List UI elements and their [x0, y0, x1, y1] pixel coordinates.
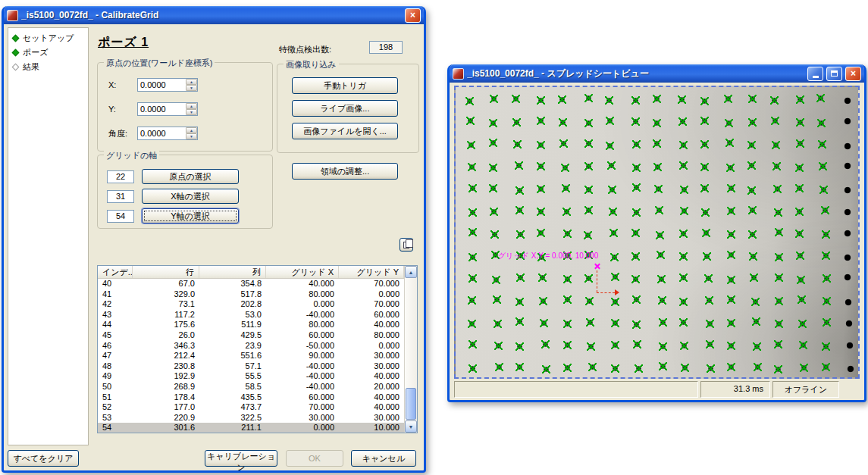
open-image-file-button[interactable]: 画像ファイルを開く...	[292, 123, 398, 139]
table-row[interactable]: 50268.958.5-40.00020.000	[98, 382, 404, 392]
table-body: 4067.0354.840.00070.00041329.0517.880.00…	[98, 279, 404, 433]
origin-x-row: X: ▲▼	[108, 78, 198, 92]
table-cell: -40.000	[266, 361, 339, 372]
spin-up-icon[interactable]: ▲	[186, 127, 197, 133]
spin-down-icon[interactable]: ▼	[186, 133, 197, 139]
y-spinner[interactable]: ▲▼	[137, 102, 198, 116]
grid-dot	[542, 365, 550, 373]
grid-dot	[515, 206, 524, 214]
grid-dot	[797, 295, 806, 304]
table-row[interactable]: 41329.0517.880.0000.000	[98, 289, 404, 300]
maximize-icon[interactable]	[826, 67, 842, 81]
grid-dot	[539, 297, 547, 305]
clear-all-button[interactable]: すべてをクリア	[8, 450, 79, 467]
spin-up-icon[interactable]: ▲	[186, 103, 197, 109]
table-row[interactable]: 4526.0429.560.00080.000	[98, 330, 404, 341]
column-header[interactable]: グリッド Y	[339, 266, 404, 278]
minimize-icon[interactable]	[807, 67, 823, 81]
grid-dot	[843, 273, 852, 282]
grid-dot	[562, 208, 571, 216]
table-row[interactable]: 47212.4551.690.00030.000	[98, 351, 404, 361]
table-cell: -40.000	[266, 310, 339, 320]
column-header[interactable]: 列	[199, 266, 266, 278]
table-row[interactable]: 46346.323.9-50.0000.000	[98, 341, 404, 352]
table-cell: 354.8	[199, 279, 266, 289]
adjust-region-button[interactable]: 領域の調整...	[292, 163, 398, 180]
table-row[interactable]: 4273.1202.80.00070.000	[98, 299, 404, 310]
table-row[interactable]: 53220.9322.530.00030.000	[98, 413, 404, 423]
scroll-down-icon[interactable]: ▼	[405, 420, 417, 433]
axis-indicator-vertical-line	[597, 270, 597, 292]
table-row[interactable]: 49192.955.5-40.00040.000	[98, 371, 404, 382]
scrollbar-thumb[interactable]	[406, 388, 416, 420]
grid-dot	[704, 274, 713, 283]
spin-down-icon[interactable]: ▼	[186, 109, 197, 115]
table-cell: 80.000	[339, 330, 404, 341]
ok-button[interactable]: OK	[286, 450, 343, 467]
sidebar-item-results[interactable]: 結果	[10, 60, 86, 74]
table-row[interactable]: 43117.253.0-40.00060.000	[98, 310, 404, 320]
calibration-button[interactable]: キャリブレーション	[205, 450, 277, 467]
table-row[interactable]: 51178.4435.560.00040.000	[98, 392, 404, 403]
spreadsheet-titlebar[interactable]: _is5100_0072fd_ - スプレッドシートビュー ×	[450, 64, 864, 83]
grid-dot	[754, 363, 762, 371]
table-cell: -40.000	[266, 371, 339, 382]
close-icon[interactable]: ×	[845, 67, 861, 81]
grid-dot	[679, 141, 688, 149]
select-origin-button[interactable]: 原点の選択	[142, 169, 239, 184]
grid-dot	[561, 164, 569, 172]
select-y-axis-button[interactable]: Y軸の選択	[142, 208, 239, 223]
grid-dot	[466, 117, 475, 125]
table-row[interactable]: 4067.0354.840.00070.000	[98, 279, 404, 289]
x-spinner[interactable]: ▲▼	[137, 78, 198, 92]
table-cell: 50	[98, 382, 133, 392]
scrollbar-track[interactable]	[405, 278, 417, 420]
grid-dot	[679, 230, 688, 238]
x-input[interactable]	[138, 79, 186, 91]
angle-input[interactable]	[138, 127, 186, 139]
origin-y-row: Y: ▲▼	[108, 102, 198, 116]
status-message-area	[454, 381, 698, 398]
table-scrollbar[interactable]: ▲ ▼	[404, 266, 417, 433]
feature-count-value: 198	[369, 41, 403, 54]
copy-button[interactable]	[400, 238, 413, 252]
sidebar-item-setup[interactable]: セットアップ	[10, 31, 86, 45]
grid-dot	[632, 295, 641, 304]
table-row[interactable]: 52177.0473.770.00040.000	[98, 402, 404, 413]
spin-up-icon[interactable]: ▲	[186, 79, 197, 85]
table-row[interactable]: 48230.857.1-40.00030.000	[98, 361, 404, 372]
table-cell: 55.5	[199, 371, 266, 382]
table-cell: 30.000	[266, 413, 339, 423]
cancel-button[interactable]: キャンセル	[351, 450, 416, 467]
calibrate-titlebar[interactable]: _is5100_0072fd_ - CalibrateGrid ×	[4, 6, 424, 24]
table-cell: 54	[98, 423, 133, 433]
grid-dot	[489, 184, 497, 192]
close-icon[interactable]: ×	[405, 8, 421, 23]
angle-spinner[interactable]: ▲▼	[137, 127, 198, 140]
processing-time-status: 31.3 ms	[700, 381, 770, 398]
grid-dot	[680, 207, 688, 215]
spin-down-icon[interactable]: ▼	[186, 85, 197, 91]
grid-dot	[843, 142, 852, 151]
grid-dot	[727, 230, 735, 239]
table-cell: 51	[98, 392, 133, 403]
table-row[interactable]: 44175.6511.980.00040.000	[98, 320, 404, 330]
camera-image-view[interactable]: グリッド X,Y = 0.000, 10.000	[454, 86, 860, 379]
grid-dot	[752, 317, 760, 326]
grid-dot	[515, 342, 524, 351]
grid-dot	[843, 96, 852, 105]
manual-trigger-button[interactable]: 手動トリガ	[292, 77, 398, 94]
table-row[interactable]: 54301.6211.10.00010.000	[98, 423, 404, 433]
select-x-axis-button[interactable]: X軸の選択	[142, 189, 239, 204]
column-header[interactable]: 行	[133, 266, 199, 278]
table-cell: 10.000	[339, 423, 404, 433]
column-header[interactable]: グリッド X	[266, 266, 339, 278]
live-image-button[interactable]: ライブ画像...	[292, 100, 398, 117]
sidebar-item-pose[interactable]: ポーズ	[10, 45, 86, 60]
y-input[interactable]	[138, 103, 186, 115]
grid-dot	[774, 340, 782, 348]
table-cell: 20.000	[339, 382, 404, 392]
column-header[interactable]: インデ...	[98, 266, 133, 278]
table-cell: 80.000	[266, 320, 339, 330]
scroll-up-icon[interactable]: ▲	[405, 266, 417, 278]
